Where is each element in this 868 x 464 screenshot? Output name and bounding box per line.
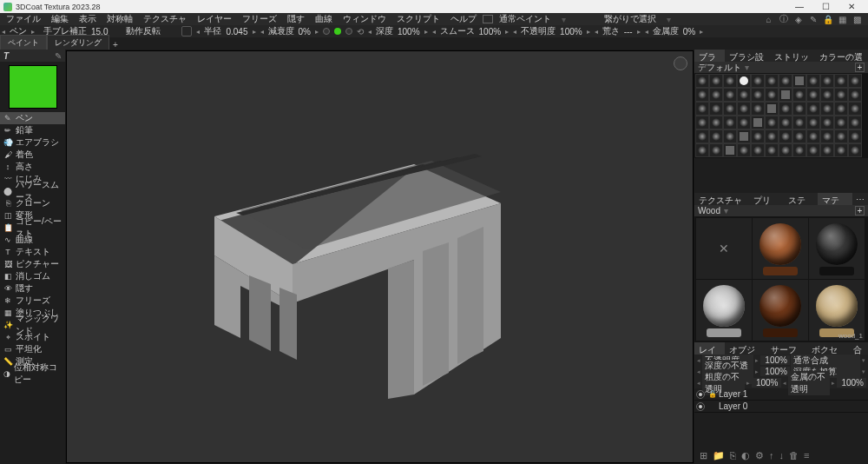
brush-preset-15[interactable]	[737, 88, 751, 102]
brush-preset-34[interactable]	[834, 102, 848, 116]
color-toggle-icon[interactable]	[334, 28, 341, 35]
brush-preset-62[interactable]	[723, 143, 737, 157]
brush-preset-20[interactable]	[806, 88, 820, 102]
gloss-toggle-icon[interactable]	[345, 28, 352, 35]
material-dark[interactable]	[809, 218, 865, 279]
link-icon[interactable]: ⟲	[357, 27, 364, 36]
brush-preset-22[interactable]	[834, 88, 848, 102]
viewport-user-icon[interactable]	[674, 56, 687, 70]
tool-消しゴム[interactable]: ◧消しゴム	[0, 270, 65, 282]
paint-mode-checkbox[interactable]	[483, 15, 493, 23]
color-header-left[interactable]: T	[3, 51, 9, 61]
material-tabs-more-icon[interactable]: ⋯	[852, 193, 868, 205]
brush-preset-13[interactable]	[709, 88, 723, 102]
brush-preset-46[interactable]	[834, 116, 848, 129]
brush-preset-51[interactable]	[737, 129, 751, 143]
tool-フリーズ[interactable]: ❄フリーズ	[0, 295, 65, 307]
menu-freeze[interactable]: フリーズ	[238, 13, 281, 25]
menu-texture[interactable]: テクスチャ	[139, 13, 191, 25]
brush-preset-40[interactable]	[751, 116, 765, 129]
menu-curve[interactable]: 曲線	[311, 13, 337, 25]
brush-preset-24[interactable]	[695, 102, 709, 116]
brush-preset-17[interactable]	[765, 88, 779, 102]
foreground-color-swatch[interactable]	[9, 65, 57, 109]
tab-surface[interactable]: サーフェイス	[766, 342, 808, 355]
material-category[interactable]: Wood	[698, 206, 720, 215]
brush-preset-45[interactable]	[820, 116, 834, 129]
brush-preset-32[interactable]	[806, 102, 820, 116]
tool-隠す[interactable]: 👁隠す	[0, 282, 65, 295]
brush-preset-27[interactable]	[737, 102, 751, 116]
brush-preset-12[interactable]	[695, 88, 709, 102]
tab-presets[interactable]: プリセット	[749, 193, 784, 205]
brush-preset-3[interactable]	[737, 74, 751, 88]
opt-falloff-val[interactable]: 0%	[299, 27, 311, 36]
tool-高さ[interactable]: ↕高さ	[0, 161, 65, 173]
layer-list-icon[interactable]: ≡	[804, 450, 809, 461]
brush-preset-11[interactable]	[848, 74, 862, 88]
brush-preset-52[interactable]	[751, 129, 765, 143]
select-mode-label[interactable]: 繋がりで選択	[600, 13, 661, 25]
menu-hide[interactable]: 隠す	[283, 13, 309, 25]
home-icon[interactable]: ⌂	[763, 14, 774, 25]
tab-brush-settings[interactable]: ブラシ設定	[725, 50, 770, 62]
layer-dup-icon[interactable]: ⎘	[730, 450, 736, 461]
brush-preset-14[interactable]	[723, 88, 737, 102]
brush-preset-19[interactable]	[792, 88, 806, 102]
brush-preset-8[interactable]	[806, 74, 820, 88]
tab-tex-editor[interactable]: テクスチャエディタ	[694, 193, 749, 205]
grid2-icon[interactable]: ▩	[852, 14, 863, 25]
brush-preset-59[interactable]	[848, 129, 862, 143]
tab-color-select[interactable]: カラーの選択	[815, 50, 868, 62]
grid-icon[interactable]: ▦	[837, 14, 848, 25]
brush-preset-37[interactable]	[709, 116, 723, 129]
tool-マジックワンド[interactable]: ✨マジックワンド	[0, 319, 65, 331]
menu-window[interactable]: ウィンドウ	[339, 13, 391, 25]
brush-preset-5[interactable]	[765, 74, 779, 88]
brush-preset-7[interactable]	[792, 74, 806, 88]
menu-layer[interactable]: レイヤー	[193, 13, 236, 25]
prop-opacity-value[interactable]: 100%	[760, 355, 790, 365]
brush-preset-38[interactable]	[723, 116, 737, 129]
tab-strip[interactable]: ストリップ	[770, 50, 815, 62]
prop-rough-value[interactable]: 100%	[752, 378, 781, 388]
tab-stencil[interactable]: ステンシル	[784, 193, 819, 205]
brush-preset-61[interactable]	[709, 143, 723, 157]
brush-preset-16[interactable]	[751, 88, 765, 102]
brush-preset-28[interactable]	[751, 102, 765, 116]
brush-preset-69[interactable]	[820, 143, 834, 157]
tool-コピー/ペースト[interactable]: 📋コピー/ペースト	[0, 222, 65, 234]
opt-opacity-val[interactable]: 100%	[560, 27, 582, 36]
material-wood-b[interactable]	[753, 280, 808, 341]
tool-着色[interactable]: 🖌着色	[0, 149, 65, 161]
menu-view[interactable]: 表示	[75, 13, 101, 25]
opt-radius-val[interactable]: 0.045	[226, 27, 247, 36]
layer-down-icon[interactable]: ↓	[779, 450, 785, 461]
tool-平坦化[interactable]: ▭平坦化	[0, 343, 65, 355]
layer-row[interactable]: Layer 0	[694, 401, 868, 413]
mesh-icon[interactable]: ◈	[792, 14, 804, 25]
lock-icon[interactable]: 🔒	[708, 390, 715, 398]
tool-パワースムース[interactable]: ⬤パワースムース	[0, 185, 65, 197]
brush-preset-6[interactable]	[779, 74, 792, 88]
tool-エアブラシ[interactable]: 💨エアブラシ	[0, 136, 65, 149]
layer-mask-icon[interactable]: ◐	[741, 450, 750, 461]
paint-mode-label[interactable]: 通常ペイント	[495, 13, 556, 25]
brush-preset-60[interactable]	[695, 143, 709, 157]
brush-preset-39[interactable]	[737, 116, 751, 129]
brush-preset-33[interactable]	[820, 102, 834, 116]
prop-metal-value[interactable]: 100%	[837, 378, 866, 388]
opt-metal-val[interactable]: 0%	[683, 27, 695, 36]
tab-layer[interactable]: レイヤー	[694, 342, 725, 355]
visibility-icon[interactable]	[696, 402, 705, 411]
brush-preset-35[interactable]	[848, 102, 862, 116]
brush-preset-54[interactable]	[779, 129, 792, 143]
close-button[interactable]: ✕	[838, 2, 865, 11]
brush-preset-36[interactable]	[695, 116, 709, 129]
brush-preset-65[interactable]	[765, 143, 779, 157]
brush-preset-26[interactable]	[723, 102, 737, 116]
depth-toggle-icon[interactable]	[323, 28, 330, 35]
brush-preset-50[interactable]	[723, 129, 737, 143]
brush-add-button[interactable]: +	[855, 63, 865, 72]
brush-preset-25[interactable]	[709, 102, 723, 116]
